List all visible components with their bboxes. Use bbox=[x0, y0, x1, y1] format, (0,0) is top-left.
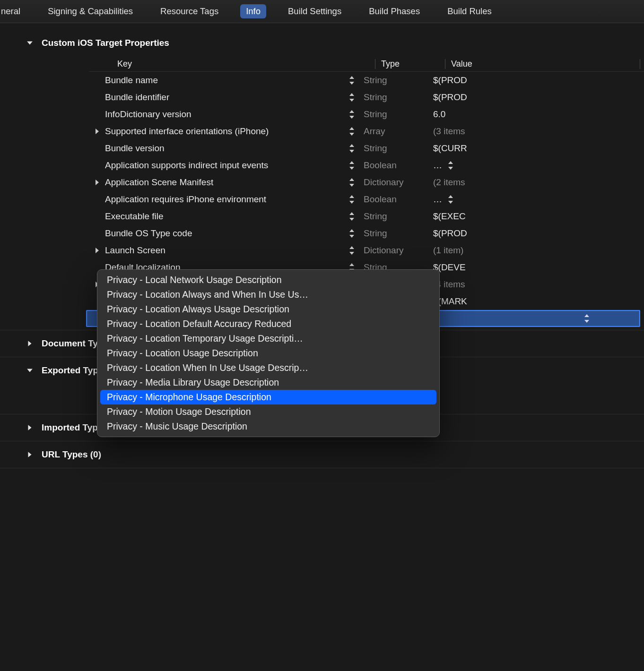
plist-value-cell[interactable]: … bbox=[426, 160, 644, 171]
plist-row[interactable]: Bundle OS Type codeString$(PROD bbox=[89, 225, 644, 242]
chevron-right-icon bbox=[26, 450, 34, 459]
stepper-icon[interactable] bbox=[347, 127, 357, 136]
plist-type-cell[interactable]: String bbox=[357, 143, 426, 154]
tab-resource-tags[interactable]: Resource Tags bbox=[155, 4, 224, 18]
section-title: URL Types (0) bbox=[42, 449, 101, 460]
plist-row[interactable]: Application supports indirect input even… bbox=[89, 157, 644, 174]
section-title: Document Ty bbox=[42, 338, 98, 349]
completion-option[interactable]: Privacy - Microphone Usage Description bbox=[100, 390, 436, 404]
stepper-icon[interactable] bbox=[582, 314, 592, 323]
chevron-down-icon bbox=[26, 39, 34, 47]
tab-signing-capabilities[interactable]: Signing & Capabilities bbox=[42, 4, 139, 18]
completion-option[interactable]: Privacy - Location Default Accuracy Redu… bbox=[100, 317, 436, 331]
plist-row[interactable]: InfoDictionary versionString6.0 bbox=[89, 106, 644, 123]
plist-type-cell[interactable]: String bbox=[357, 92, 426, 103]
plist-key-cell[interactable]: Application supports indirect input even… bbox=[105, 160, 347, 171]
tab-build-rules[interactable]: Build Rules bbox=[442, 4, 497, 18]
chevron-down-icon bbox=[26, 366, 34, 375]
stepper-icon[interactable] bbox=[347, 161, 357, 170]
plist-row[interactable]: Executable fileString$(EXEC bbox=[89, 208, 644, 225]
completion-option[interactable]: Privacy - Motion Usage Description bbox=[100, 404, 436, 419]
plist-value-cell[interactable]: $(PROD bbox=[426, 75, 644, 86]
plist-value-cell[interactable]: $(EXEC bbox=[426, 211, 644, 222]
section-custom-ios-target-properties[interactable]: Custom iOS Target Properties bbox=[0, 30, 644, 56]
chevron-right-icon bbox=[26, 339, 34, 348]
disclosure-icon[interactable] bbox=[89, 180, 105, 185]
tab-info[interactable]: Info bbox=[240, 4, 266, 18]
plist-value-cell[interactable]: $(DEVE bbox=[426, 262, 644, 273]
plist-type-cell[interactable]: String bbox=[357, 211, 426, 222]
header-value[interactable]: Value bbox=[445, 59, 640, 69]
plist-key-cell[interactable]: Application requires iPhone environment bbox=[105, 194, 347, 205]
section-url-types[interactable]: URL Types (0) bbox=[0, 441, 644, 468]
plist-type-cell[interactable]: String bbox=[357, 228, 426, 239]
disclosure-icon[interactable] bbox=[89, 248, 105, 253]
plist-type-cell[interactable]: Boolean bbox=[357, 194, 426, 205]
plist-type-cell[interactable]: Dictionary bbox=[357, 245, 426, 256]
plist-key-completion-popover[interactable]: Privacy - Local Network Usage Descriptio… bbox=[97, 269, 440, 437]
plist-type-cell[interactable]: Dictionary bbox=[357, 177, 426, 188]
plist-row[interactable]: Bundle nameString$(PROD bbox=[89, 72, 644, 89]
section-title: Custom iOS Target Properties bbox=[42, 38, 169, 48]
plist-key-cell[interactable]: Supported interface orientations (iPhone… bbox=[105, 126, 347, 137]
plist-header: Key Type Value bbox=[89, 56, 644, 71]
stepper-icon[interactable] bbox=[347, 110, 357, 119]
plist-key-cell[interactable]: Bundle name bbox=[105, 75, 347, 86]
plist-value-cell[interactable]: (2 items bbox=[426, 177, 644, 188]
plist-key-cell[interactable]: Bundle identifier bbox=[105, 92, 347, 103]
header-key[interactable]: Key bbox=[89, 59, 375, 69]
completion-option[interactable]: Privacy - Location Usage Description bbox=[100, 346, 436, 361]
completion-option[interactable]: Privacy - Location Temporary Usage Descr… bbox=[100, 331, 436, 346]
completion-option[interactable]: Privacy - Media Library Usage Descriptio… bbox=[100, 375, 436, 390]
plist-type-cell[interactable]: String bbox=[357, 109, 426, 120]
plist-row[interactable]: Application Scene ManifestDictionary(2 i… bbox=[89, 174, 644, 191]
plist-row[interactable]: Supported interface orientations (iPhone… bbox=[89, 123, 644, 140]
plist-value-cell[interactable]: (1 item) bbox=[426, 245, 644, 256]
section-title: Exported Typ bbox=[42, 365, 98, 376]
plist-value-cell[interactable]: 6.0 bbox=[426, 109, 644, 120]
tab-build-phases[interactable]: Build Phases bbox=[363, 4, 426, 18]
chevron-right-icon bbox=[26, 423, 34, 432]
plist-row[interactable]: Launch ScreenDictionary(1 item) bbox=[89, 242, 644, 259]
tab-build-settings[interactable]: Build Settings bbox=[282, 4, 347, 18]
plist-value-cell[interactable]: $(PROD bbox=[426, 92, 644, 103]
tab-general[interactable]: neral bbox=[0, 4, 26, 18]
plist-value-cell[interactable]: … bbox=[426, 194, 644, 205]
plist-key-cell[interactable]: Launch Screen bbox=[105, 245, 347, 256]
plist-value-cell[interactable]: $(CURR bbox=[426, 143, 644, 154]
plist-key-cell[interactable]: Executable file bbox=[105, 211, 347, 222]
plist-key-cell[interactable]: InfoDictionary version bbox=[105, 109, 347, 120]
plist-value-cell[interactable]: (4 items bbox=[426, 279, 644, 290]
plist-key-cell[interactable]: Bundle OS Type code bbox=[105, 228, 347, 239]
plist-row[interactable]: Bundle versionString$(CURR bbox=[89, 140, 644, 157]
completion-option[interactable]: Privacy - Music Usage Description bbox=[100, 419, 436, 434]
plist-type-cell[interactable]: String bbox=[357, 75, 426, 86]
stepper-icon[interactable] bbox=[347, 246, 357, 255]
plist-row[interactable]: Bundle identifierString$(PROD bbox=[89, 89, 644, 106]
stepper-icon[interactable] bbox=[347, 76, 357, 85]
plist-key-cell[interactable]: Application Scene Manifest bbox=[105, 177, 347, 188]
plist-key-cell[interactable]: Bundle version bbox=[105, 143, 347, 154]
plist-type-cell[interactable]: Array bbox=[357, 126, 426, 137]
stepper-icon[interactable] bbox=[347, 229, 357, 238]
stepper-icon[interactable] bbox=[347, 144, 357, 153]
plist-row[interactable]: Application requires iPhone environmentB… bbox=[89, 191, 644, 208]
header-type[interactable]: Type bbox=[375, 59, 445, 69]
stepper-icon[interactable] bbox=[347, 93, 357, 102]
completion-option[interactable]: Privacy - Location Always and When In Us… bbox=[100, 287, 436, 302]
completion-option[interactable]: Privacy - Location Always Usage Descript… bbox=[100, 302, 436, 317]
stepper-icon[interactable] bbox=[347, 195, 357, 204]
completion-option[interactable]: Privacy - Local Network Usage Descriptio… bbox=[100, 273, 436, 287]
completion-option[interactable]: Privacy - Location When In Use Usage Des… bbox=[100, 361, 436, 375]
plist-type-cell[interactable]: Boolean bbox=[357, 160, 426, 171]
xcode-info-tab: neral Signing & Capabilities Resource Ta… bbox=[0, 0, 644, 671]
stepper-icon[interactable] bbox=[347, 178, 357, 187]
plist-value-cell[interactable]: (3 items bbox=[426, 126, 644, 137]
plist-value-cell[interactable]: $(MARK bbox=[426, 296, 644, 307]
stepper-icon[interactable] bbox=[347, 212, 357, 221]
target-editor-tabbar: neral Signing & Capabilities Resource Ta… bbox=[0, 0, 644, 23]
plist-value-cell[interactable]: $(PROD bbox=[426, 228, 644, 239]
disclosure-icon[interactable] bbox=[89, 129, 105, 134]
